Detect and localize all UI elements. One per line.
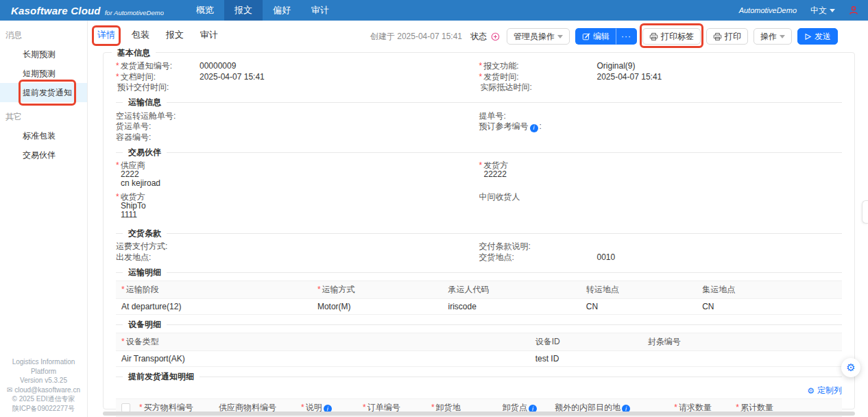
field-ship-time: *发货时间: 2025-04-07 15:41 <box>479 72 843 83</box>
envelope-icon: ✉ <box>7 386 12 394</box>
admin-action-button[interactable]: 管理员操作 <box>507 28 570 45</box>
status-field: 状态 <box>470 31 500 43</box>
platform-version: Version v5.3.25 <box>0 376 87 385</box>
detail-card: 基本信息 *发货通知编号: 00000009 *报文功能: Original(9… <box>103 52 855 409</box>
brand-tenant-suffix: for AutomotiveDemo <box>105 9 164 16</box>
field-freight-payment-method: 运费支付方式: <box>116 241 479 252</box>
tab-detail[interactable]: 详情 <box>96 27 117 46</box>
field-estimated-delivery-time: 预计交付时间: <box>116 82 479 93</box>
table-header-row: *运输阶段 *运输方式 承运人代码 转运地点 集运地点 <box>116 281 842 299</box>
created-at-text: 创建于 2025-04-07 15:41 <box>370 31 462 43</box>
field-message-function: *报文功能: Original(9) <box>479 61 843 72</box>
language-switcher[interactable]: 中文 <box>810 5 835 16</box>
printer-icon <box>713 32 722 41</box>
toolbar: 创建于 2025-04-07 15:41 状态 管理员操作 <box>370 28 838 45</box>
field-container-no: 容器编号: <box>116 132 479 143</box>
field-actual-arrival-time: 实际抵达时间: <box>479 82 843 93</box>
detail-tabs: 详情 包装 报文 审计 <box>96 27 233 46</box>
status-label: 状态 <box>470 31 487 43</box>
customize-columns-link[interactable]: ⚙ 定制列 <box>116 385 842 396</box>
tab-message[interactable]: 报文 <box>165 27 185 46</box>
edit-more-button[interactable]: ··· <box>616 28 637 45</box>
select-all-checkbox[interactable] <box>121 403 130 412</box>
main-content: 详情 包装 报文 审计 创建于 2025-04-07 15:41 状态 管理员操… <box>88 21 868 417</box>
sidebar-group-messages: 消息 <box>0 21 87 45</box>
sidebar-footer: Logistics Information Platform Version v… <box>0 357 87 413</box>
sidebar-item-long-term-forecast[interactable]: 长期预测 <box>0 45 87 64</box>
status-plus-circle-icon[interactable] <box>491 32 500 41</box>
send-icon <box>804 33 812 40</box>
horizontal-scrollbar[interactable] <box>103 412 855 416</box>
tenant-name: AutomotiveDemo <box>739 6 797 14</box>
chevron-down-icon <box>830 9 835 12</box>
nav-item-messages[interactable]: 报文 <box>224 0 263 21</box>
transport-lines-table: *运输阶段 *运输方式 承运人代码 转运地点 集运地点 At departure… <box>116 281 842 315</box>
sidebar-item-advance-ship-notice[interactable]: 提前发货通知 <box>0 83 87 102</box>
user-avatar-icon[interactable] <box>849 5 858 15</box>
brand-logo: Kasoftware Cloud <box>11 5 101 16</box>
table-row: At departure(12) Motor(M) iriscode CN CN <box>116 299 842 315</box>
platform-name: Logistics Information Platform <box>0 357 87 376</box>
print-label-button[interactable]: 打印标签 <box>642 28 701 45</box>
field-delivery-terms-description: 交付条款说明: <box>479 241 843 252</box>
annotation-box-sidebar: 提前发货通知 <box>23 83 72 102</box>
contact-email: ✉ cloud@kasoftware.cn <box>0 385 87 395</box>
sidebar-item-trading-partner[interactable]: 交易伙伴 <box>0 145 87 165</box>
info-icon[interactable]: i <box>530 124 538 132</box>
nav-item-preferences[interactable]: 偏好 <box>263 0 301 21</box>
nav-item-audit[interactable]: 审计 <box>301 0 339 21</box>
partner-intermediate-consignee: 中间收货人 <box>479 192 843 210</box>
top-nav-items: 概览 报文 偏好 审计 <box>186 0 339 21</box>
sidebar-group-other: 其它 <box>0 102 87 126</box>
equipment-lines-table: *设备类型 设备ID 封条编号 Air Transport(AK) test I… <box>116 333 842 367</box>
chevron-down-icon <box>557 35 563 38</box>
field-bill-of-lading-no: 提单号: <box>479 111 843 122</box>
field-freight-bill-no: 货运单号: <box>116 121 479 132</box>
field-booking-reference-no: 预订参考编号i: <box>479 121 843 132</box>
nav-item-overview[interactable]: 概览 <box>186 0 224 21</box>
floating-settings-button[interactable]: ⚙ <box>841 358 860 377</box>
section-equipment-lines: 设备明细 <box>116 320 842 329</box>
action-button[interactable]: 操作 <box>754 28 792 45</box>
partner-supplier: *供应商 2222 cn kejiroad <box>116 160 479 187</box>
section-trading-partners: 交易伙伴 <box>116 147 842 157</box>
field-ship-notice-number: *发货通知编号: 00000009 <box>116 61 479 72</box>
sidebar: 消息 长期预测 短期预测 提前发货通知 其它 标准包装 交易伙伴 Logisti… <box>0 21 88 417</box>
partner-ship-from: *发货方 22222 <box>479 160 843 187</box>
table-row: Air Transport(AK) test ID <box>116 351 842 367</box>
section-transport-lines: 运输明细 <box>116 267 842 277</box>
page-header: 详情 包装 报文 审计 创建于 2025-04-07 15:41 状态 管理员操… <box>88 21 868 52</box>
field-document-time: *文档时间: 2025-04-07 15:41 <box>116 72 479 83</box>
sidebar-item-standard-packaging[interactable]: 标准包装 <box>0 126 87 145</box>
field-air-transfer-manifest-no: 空运转运舱单号: <box>116 111 479 122</box>
table-header-row: *设备类型 设备ID 封条编号 <box>116 333 842 351</box>
gear-icon: ⚙ <box>807 386 815 396</box>
edit-split-button: 编辑 ··· <box>575 28 637 45</box>
collapsed-panel-handle[interactable] <box>862 200 868 224</box>
edit-pencil-icon <box>582 32 590 40</box>
top-navbar: Kasoftware Cloud for AutomotiveDemo 概览 报… <box>0 0 868 21</box>
sidebar-item-short-term-forecast[interactable]: 短期预测 <box>0 64 87 83</box>
tab-packaging[interactable]: 包装 <box>130 27 151 46</box>
section-asn-lines: 提前发货通知明细 <box>116 372 842 381</box>
icp-number: 陕ICP备09022277号 <box>0 404 87 414</box>
send-button[interactable]: 发送 <box>797 28 838 45</box>
section-title-basic-info: 基本信息 <box>112 47 156 59</box>
printer-icon <box>649 32 658 41</box>
chevron-down-icon <box>780 35 785 38</box>
section-transport-info: 运输信息 <box>116 98 842 108</box>
partner-ship-to: *收货方 ShipTo 1111 <box>116 192 479 219</box>
field-departure-location: 出发地点: <box>116 252 479 263</box>
edit-button[interactable]: 编辑 <box>575 28 616 45</box>
print-button[interactable]: 打印 <box>706 28 748 45</box>
section-delivery-terms: 交货条款 <box>116 228 842 238</box>
tab-audit[interactable]: 审计 <box>199 27 219 46</box>
field-delivery-location: 交货地点: 0010 <box>479 252 843 263</box>
gear-icon: ⚙ <box>846 361 855 374</box>
copyright: © 2025 EDI通信专家 <box>0 394 87 404</box>
